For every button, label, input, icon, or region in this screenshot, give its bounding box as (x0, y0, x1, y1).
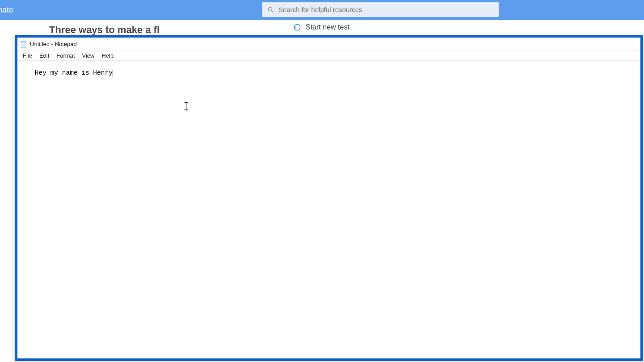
start-new-test-link[interactable]: Start new test (293, 23, 349, 31)
svg-line-1 (272, 10, 273, 12)
start-new-test-label: Start new test (306, 23, 349, 31)
notepad-app-icon (20, 41, 27, 48)
notepad-titlebar[interactable]: Untitled - Notepad (17, 38, 640, 51)
menu-format[interactable]: Format (53, 52, 78, 59)
search-icon (267, 6, 274, 13)
menu-help[interactable]: Help (98, 52, 117, 59)
refresh-icon (293, 23, 301, 31)
notepad-menubar: File Edit Format View Help (17, 51, 640, 61)
background-sidebar (0, 40, 16, 362)
notepad-text-area[interactable]: Hey my name is Henry (17, 61, 640, 358)
notepad-content: Hey my name is Henry (35, 69, 113, 76)
text-caret (113, 70, 113, 77)
menu-file[interactable]: File (19, 52, 36, 59)
menu-view[interactable]: View (79, 52, 98, 59)
notepad-window-title: Untitled - Notepad (30, 41, 77, 47)
svg-rect-3 (21, 41, 26, 42)
svg-point-0 (269, 7, 272, 11)
search-box[interactable]: Search for helpful resources (262, 2, 499, 17)
menu-edit[interactable]: Edit (36, 52, 53, 59)
background-app-title: mate (0, 5, 13, 15)
background-sub-heading: Three ways to make a fl (49, 24, 160, 36)
search-placeholder: Search for helpful resources (278, 6, 362, 13)
notepad-window[interactable]: Untitled - Notepad File Edit Format View… (15, 35, 643, 361)
